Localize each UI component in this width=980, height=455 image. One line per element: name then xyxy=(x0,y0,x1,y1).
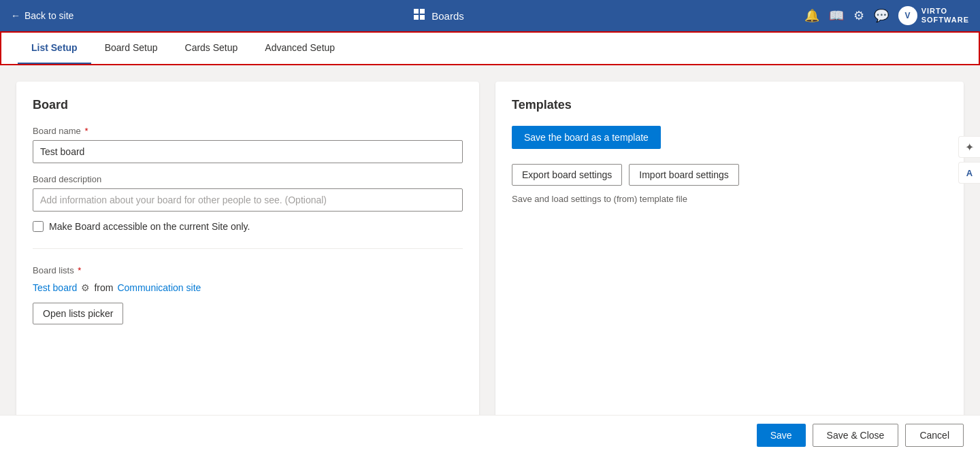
template-buttons: Export board settings Import board setti… xyxy=(512,164,947,186)
required-star: * xyxy=(82,126,88,136)
cancel-button[interactable]: Cancel xyxy=(905,424,964,447)
board-name-label: Board name * xyxy=(33,126,463,136)
sparkle-button[interactable]: ✦ xyxy=(958,136,980,158)
tab-list-setup[interactable]: List Setup xyxy=(18,33,91,64)
virto-logo-icon: V xyxy=(898,6,917,25)
tab-navigation: List Setup Board Setup Cards Setup Advan… xyxy=(0,31,980,65)
board-card: Board Board name * Board description Mak… xyxy=(16,82,479,437)
gear-settings-icon[interactable]: ⚙ xyxy=(81,282,90,293)
save-template-button[interactable]: Save the board as a template xyxy=(512,126,661,149)
templates-card: Templates Save the board as a template E… xyxy=(495,82,964,437)
back-to-site-button[interactable]: ← Back to site xyxy=(11,10,74,21)
checkbox-row: Make Board accessible on the current Sit… xyxy=(33,221,463,232)
tab-cards-setup[interactable]: Cards Setup xyxy=(172,33,252,64)
header-right: 🔔 📖 ⚙ 💬 V VIRTOSOFTWARE xyxy=(804,6,969,25)
templates-section-title: Templates xyxy=(512,98,947,112)
svg-rect-0 xyxy=(414,9,419,14)
board-section: Board Board name * Board description Mak… xyxy=(33,98,463,232)
board-description-label: Board description xyxy=(33,174,463,184)
grid-icon xyxy=(414,9,426,23)
header: ← Back to site Boards 🔔 📖 ⚙ 💬 V VIRTOSOF… xyxy=(0,0,980,31)
back-arrow-icon: ← xyxy=(11,10,20,21)
board-lists-label: Board lists * xyxy=(33,265,463,275)
footer: Save Save & Close Cancel xyxy=(0,415,980,454)
board-name-field: Board name * xyxy=(33,126,463,163)
template-note: Save and load settings to (from) templat… xyxy=(512,194,947,204)
from-text: from xyxy=(94,282,113,293)
board-lists-row: Test board ⚙ from Communication site xyxy=(33,282,463,293)
required-star-lists: * xyxy=(76,265,82,275)
translate-icon: A xyxy=(966,168,973,178)
board-description-field: Board description xyxy=(33,174,463,212)
tab-board-setup[interactable]: Board Setup xyxy=(91,33,172,64)
save-button[interactable]: Save xyxy=(757,424,806,447)
virto-logo: V VIRTOSOFTWARE xyxy=(898,6,969,25)
board-description-input[interactable] xyxy=(33,188,463,212)
board-section-title: Board xyxy=(33,98,463,112)
side-panel: ✦ A xyxy=(958,136,980,184)
app-title-area: Boards xyxy=(414,9,464,23)
virto-logo-text: VIRTOSOFTWARE xyxy=(921,7,969,24)
site-only-checkbox[interactable] xyxy=(33,221,44,232)
checkbox-label: Make Board accessible on the current Sit… xyxy=(49,221,250,232)
open-lists-picker-button[interactable]: Open lists picker xyxy=(33,303,123,324)
svg-rect-3 xyxy=(420,15,425,20)
back-to-site-label: Back to site xyxy=(24,10,74,21)
section-divider xyxy=(33,248,463,249)
save-and-close-button[interactable]: Save & Close xyxy=(813,424,899,447)
board-list-link[interactable]: Test board xyxy=(33,282,77,293)
gear-icon[interactable]: ⚙ xyxy=(853,8,864,23)
translate-button[interactable]: A xyxy=(958,162,980,184)
svg-rect-2 xyxy=(414,15,419,20)
tab-list: List Setup Board Setup Cards Setup Advan… xyxy=(18,33,348,64)
import-board-settings-button[interactable]: Import board settings xyxy=(629,164,739,186)
sparkle-icon: ✦ xyxy=(965,141,974,154)
chat-icon[interactable]: 💬 xyxy=(874,8,889,23)
export-board-settings-button[interactable]: Export board settings xyxy=(512,164,622,186)
bell-icon[interactable]: 🔔 xyxy=(804,8,819,23)
book-icon[interactable]: 📖 xyxy=(829,8,844,23)
app-title: Boards xyxy=(431,10,464,22)
board-name-input[interactable] xyxy=(33,140,463,163)
tab-advanced-setup[interactable]: Advanced Setup xyxy=(251,33,348,64)
svg-rect-1 xyxy=(420,9,425,14)
main-content: Board Board name * Board description Mak… xyxy=(0,65,980,454)
board-lists-section: Board lists * Test board ⚙ from Communic… xyxy=(33,265,463,324)
communication-site-link[interactable]: Communication site xyxy=(117,282,201,293)
